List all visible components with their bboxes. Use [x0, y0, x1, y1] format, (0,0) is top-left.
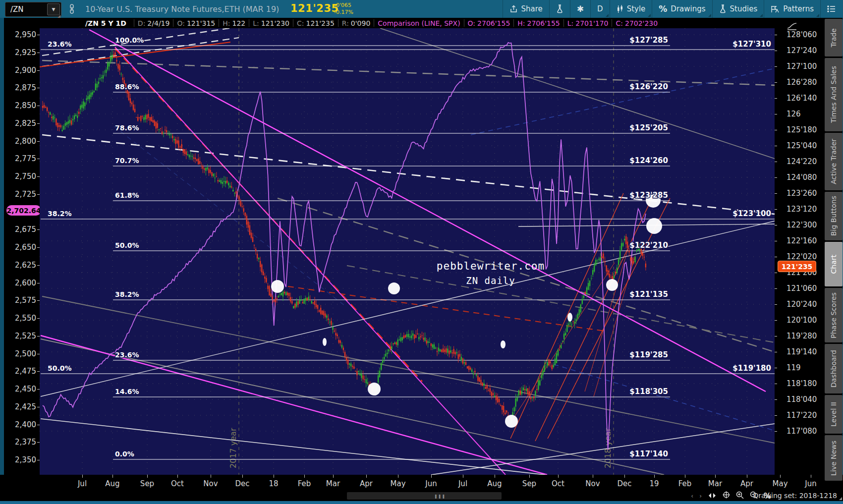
right-axis-label: 120'100	[787, 316, 817, 325]
zoom-in-icon[interactable]	[736, 491, 744, 501]
right-axis-tick	[775, 273, 777, 273]
time-axis-label: Jul	[78, 479, 87, 488]
change-value: -0'065	[334, 2, 353, 9]
symbol-dropdown-button[interactable]: ▼	[47, 3, 60, 15]
spx-price-badge: 2,702.64	[6, 205, 41, 216]
time-axis-tick	[529, 475, 530, 478]
ohlc-field-value: 0'090	[351, 19, 370, 27]
sidebar-tab-trade[interactable]: Trade	[825, 19, 843, 56]
candles-icon	[617, 5, 623, 13]
highlight-circle	[388, 282, 400, 294]
price-level-label: $121'135	[629, 290, 668, 299]
time-axis-tick	[624, 475, 625, 478]
right-axis-tick	[775, 399, 777, 400]
right-axis-tick	[775, 241, 777, 241]
ohlc-field-label: L:	[567, 19, 574, 27]
right-axis-label: 122'160	[787, 236, 817, 245]
sidebar-tab-label: Big Buttons	[830, 196, 838, 236]
fib-level-label: 38.2%	[48, 210, 72, 218]
fib-level-label: 61.8%	[115, 191, 139, 199]
chart-plot-area[interactable]: 2017 year2018 year100.0%$127'28588.6%$12…	[40, 28, 775, 475]
right-axis-label: 117'220	[787, 411, 817, 420]
ohlc-field-value: 2/4/19	[147, 19, 169, 27]
fib-level-label: 14.6%	[115, 388, 139, 395]
right-axis-label: 125'040	[787, 141, 817, 150]
highlight-circle	[271, 280, 284, 293]
style-button[interactable]: Style	[610, 0, 652, 18]
sidebar-tab-chart[interactable]: Chart	[825, 242, 843, 286]
time-axis-label: 18	[269, 479, 278, 488]
comparison-label: Comparison (LINE, SPX)	[378, 19, 460, 27]
right-price-axis-zn[interactable]: 128'060127'240127'100126'280126'14012612…	[775, 18, 825, 501]
right-axis-label: 123'120	[787, 205, 817, 214]
pan-right-icon[interactable]: ›	[699, 493, 702, 500]
fib-level-label: 23.6%	[115, 351, 139, 359]
scrollbar-grip[interactable]: ❚❚❚	[434, 494, 446, 499]
pattern-icon	[771, 5, 780, 13]
timeframe-label: D	[597, 4, 603, 13]
chart-scrollbar[interactable]: ❚❚❚	[347, 492, 502, 500]
sidebar-tab-dashboard[interactable]: Dashboard	[825, 344, 843, 393]
more-button[interactable]	[820, 0, 842, 18]
ohlc-field-value: 2706'155	[527, 19, 560, 27]
percent-icon: %	[659, 5, 667, 13]
ohlc-field-label: C:	[297, 19, 304, 27]
ohlc-field-label: O:	[177, 19, 185, 27]
symbol-input[interactable]: /ZN ▼	[5, 2, 61, 17]
share-button[interactable]: Share	[503, 0, 549, 18]
time-axis-label: Jun	[425, 479, 437, 488]
ohlc-status-bar: /ZN 5 Y 1DD:2/4/19O:121'315H:122L:121'23…	[0, 18, 843, 28]
sidebar-tab-big-buttons[interactable]: Big Buttons	[825, 192, 843, 240]
left-axis-label: 2,950	[15, 30, 36, 39]
sidebar-tab-active-trader[interactable]: Active Trader	[825, 133, 843, 190]
sidebar-tab-level-ii[interactable]: Level II	[825, 395, 843, 434]
studies-button[interactable]: Studies	[712, 0, 764, 18]
price-level-label: $119'285	[629, 350, 668, 359]
expand-icon[interactable]	[708, 491, 717, 501]
price-level-label: $122'210	[629, 241, 668, 250]
drawing-set-label[interactable]: Drawing set: 2018-1218	[753, 492, 837, 500]
flask-icon	[556, 4, 563, 13]
left-axis-label: 2,475	[15, 367, 36, 376]
sidebar-tab-phase-scores[interactable]: Phase Scores	[825, 288, 843, 342]
symbol-value: /ZN	[5, 5, 47, 14]
time-axis[interactable]: JulAugSepOctNovDec18FebMarAprMayJunJulAu…	[0, 475, 843, 491]
right-axis-tick	[775, 66, 777, 67]
last-price: 121'235	[290, 2, 339, 14]
right-axis-label: 120'240	[787, 300, 817, 309]
window-edge-left	[0, 18, 4, 504]
crosshair-icon[interactable]	[723, 491, 730, 501]
time-axis-label: Apr	[740, 479, 753, 488]
right-axis-tick	[775, 288, 777, 289]
right-axis-label: 125'180	[787, 125, 817, 134]
right-axis-label: 119'280	[787, 332, 817, 340]
left-axis-label: 2,850	[15, 101, 36, 110]
left-axis-label: 2,550	[15, 314, 36, 323]
patterns-button[interactable]: Patterns	[764, 0, 820, 18]
timeframe-button[interactable]: D	[590, 0, 610, 18]
ohlc-field-value: 2701'170	[575, 19, 608, 27]
pan-left-icon[interactable]: ‹	[691, 493, 693, 500]
right-axis-label: 123'260	[787, 189, 817, 198]
link-icon[interactable]	[68, 4, 75, 16]
time-axis-label: Feb	[298, 479, 311, 488]
share-icon	[509, 5, 518, 13]
time-axis-tick	[112, 475, 113, 478]
settings-button[interactable]: ✱	[570, 0, 590, 18]
left-price-axis-spx[interactable]: 2,9502,9252,9002,8752,8502,8252,8002,775…	[4, 28, 40, 501]
right-axis-label: 119	[787, 363, 801, 372]
right-axis-label: 127'240	[787, 46, 817, 55]
time-axis-tick	[211, 475, 211, 478]
right-axis-tick	[775, 114, 777, 114]
right-axis-tick	[775, 82, 777, 83]
right-axis-tick	[775, 384, 777, 384]
drawings-button[interactable]: %Drawings	[652, 0, 712, 18]
time-axis-label: Aug	[487, 479, 502, 488]
price-level-label: $127'310	[732, 40, 771, 49]
sidebar-tab-live-news[interactable]: Live News	[825, 435, 843, 481]
sidebar-tab-times-and-sales[interactable]: Times And Sales	[825, 58, 843, 131]
sidebar-tab-label: Trade	[830, 28, 838, 47]
chart-symbol-info: /ZN 5 Y 1D	[85, 19, 130, 27]
lab-button[interactable]	[549, 0, 570, 18]
left-axis-label: 2,775	[15, 154, 36, 163]
